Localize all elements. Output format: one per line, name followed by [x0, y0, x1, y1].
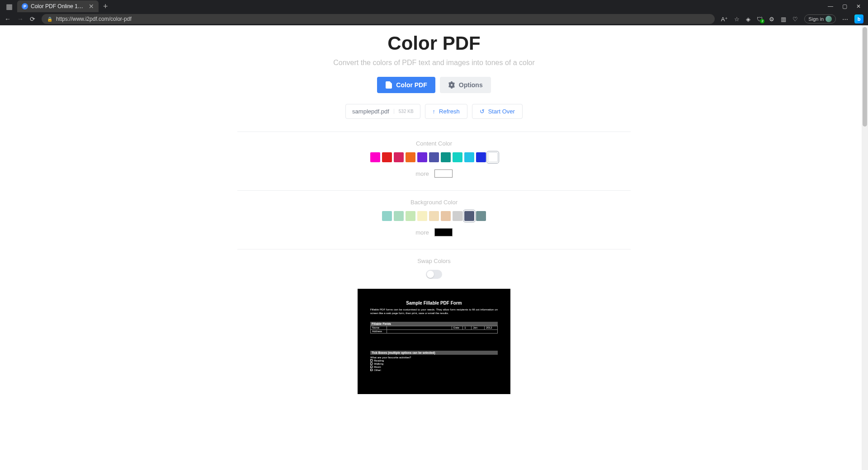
color-swatch[interactable] — [370, 152, 380, 162]
preview-fillable-heading: Fillable Fields — [370, 322, 498, 326]
maximize-icon[interactable]: ▢ — [842, 3, 847, 9]
preview-date-day: 1 — [463, 326, 472, 329]
preview-date-month: Jan — [472, 326, 485, 329]
new-tab-button[interactable]: + — [103, 2, 108, 11]
file-row: samplepdf.pdf 532 KB ↑ Refresh ↺ Start O… — [235, 104, 633, 119]
options-button[interactable]: Options — [440, 77, 491, 93]
background-color-label: Background Color — [235, 199, 633, 206]
tab-actions-icon[interactable]: ▦ — [4, 1, 14, 12]
file-name: samplepdf.pdf — [352, 108, 389, 115]
color-swatch[interactable] — [394, 152, 404, 162]
browser-toolbar: ← → ⟳ 🔒 https://www.i2pdf.com/color-pdf … — [0, 13, 868, 25]
content-color-swatches — [235, 152, 633, 162]
color-swatch[interactable] — [417, 211, 427, 221]
settings-icon[interactable]: ⚙ — [769, 16, 774, 23]
color-swatch[interactable] — [382, 211, 392, 221]
preview-tick-item: Music — [370, 366, 498, 368]
gear-icon — [448, 81, 455, 89]
content-more-color[interactable] — [434, 169, 453, 178]
swap-colors-toggle[interactable] — [426, 270, 442, 279]
checkbox-icon — [370, 366, 373, 368]
read-aloud-icon[interactable]: A⁺ — [721, 16, 728, 23]
color-swatch[interactable] — [453, 211, 462, 221]
color-swatch[interactable] — [394, 211, 404, 221]
preview-tick-item: Walking — [370, 362, 498, 365]
close-window-icon[interactable]: ✕ — [856, 3, 861, 9]
preview-tick-item: Other: — [370, 369, 498, 371]
background-more-row: more — [235, 228, 633, 236]
preview-date-label: Date — [452, 326, 463, 329]
color-swatch[interactable] — [476, 152, 486, 162]
color-swatch[interactable] — [453, 152, 462, 162]
preview-tick-heading: Tick Boxes (multiple options can be sele… — [370, 351, 498, 355]
page-title: Color PDF — [235, 33, 633, 54]
content-color-label: Content Color — [235, 140, 633, 147]
forward-icon[interactable]: → — [17, 15, 24, 23]
color-swatch[interactable] — [406, 211, 415, 221]
color-swatch[interactable] — [476, 211, 486, 221]
page: Color PDF Convert the colors of PDF text… — [0, 25, 868, 470]
preview-tick-item: Reading — [370, 359, 498, 362]
preview-name-label: Name — [371, 326, 387, 329]
file-icon — [385, 81, 392, 89]
background-more-color[interactable] — [434, 228, 453, 236]
color-swatch[interactable] — [382, 152, 392, 162]
action-row: Color PDF Options — [235, 77, 633, 93]
checkbox-icon — [370, 362, 373, 365]
undo-icon: ↺ — [480, 108, 485, 115]
favorite-icon[interactable]: ☆ — [734, 16, 740, 23]
preview-desc: Fillable PDF forms can be customised to … — [370, 308, 498, 315]
color-pdf-button[interactable]: Color PDF — [377, 77, 435, 93]
color-swatch[interactable] — [406, 152, 415, 162]
main-content: Color PDF Convert the colors of PDF text… — [235, 25, 633, 412]
close-tab-icon[interactable]: ✕ — [89, 3, 94, 10]
performance-icon[interactable]: ♡ — [793, 16, 798, 23]
toolbar-right: A⁺ ☆ ◈ 🛡2 ⚙ ▥ ♡ Sign in ⋯ b — [721, 14, 863, 24]
color-swatch[interactable] — [429, 211, 439, 221]
preview-title: Sample Fillable PDF Form — [370, 301, 498, 306]
color-swatch[interactable] — [464, 211, 474, 221]
file-chip: samplepdf.pdf 532 KB — [345, 104, 420, 119]
preview-date-year: 2012 — [485, 326, 498, 329]
collections-icon[interactable]: ▥ — [781, 16, 786, 23]
scrollbar-thumb[interactable] — [863, 27, 867, 127]
tracking-icon[interactable]: ◈ — [746, 16, 750, 23]
start-over-button[interactable]: ↺ Start Over — [472, 104, 523, 119]
background-more-label: more — [415, 229, 429, 236]
content-more-label: more — [415, 170, 429, 177]
tab-title: Color PDF Online 100% Free | i2P — [31, 3, 86, 9]
window-controls: — ▢ ✕ — [828, 3, 868, 9]
address-bar[interactable]: 🔒 https://www.i2pdf.com/color-pdf — [42, 14, 715, 24]
refresh-button[interactable]: ↑ Refresh — [425, 104, 467, 119]
more-icon[interactable]: ⋯ — [842, 16, 848, 23]
background-color-swatches — [235, 211, 633, 221]
shield-icon[interactable]: 🛡2 — [757, 16, 763, 23]
swap-colors-label: Swap Colors — [235, 258, 633, 264]
preview-tick-list: ReadingWalkingMusicOther: — [370, 359, 498, 371]
back-icon[interactable]: ← — [5, 15, 11, 23]
color-swatch[interactable] — [464, 152, 474, 162]
favicon-icon: P — [22, 3, 28, 9]
content-more-row: more — [235, 169, 633, 178]
tab-bar: ▦ P Color PDF Online 100% Free | i2P ✕ +… — [0, 0, 868, 13]
preview-tick-question: What are your favourite activities? — [370, 356, 498, 359]
browser-tab[interactable]: P Color PDF Online 100% Free | i2P ✕ — [17, 0, 99, 12]
bing-icon[interactable]: b — [854, 14, 863, 24]
minimize-icon[interactable]: — — [828, 3, 833, 9]
pdf-preview: Sample Fillable PDF Form Fillable PDF fo… — [358, 289, 510, 394]
scrollbar[interactable] — [862, 25, 868, 470]
color-swatch[interactable] — [441, 211, 451, 221]
refresh-icon[interactable]: ⟳ — [30, 15, 35, 23]
color-swatch[interactable] — [417, 152, 427, 162]
file-size: 532 KB — [394, 109, 414, 114]
checkbox-icon — [370, 369, 373, 371]
preview-table: Name Date 1 Jan 2012 Address — [370, 326, 498, 334]
checkbox-icon — [370, 359, 373, 362]
color-swatch[interactable] — [429, 152, 439, 162]
color-swatch[interactable] — [441, 152, 451, 162]
url-text: https://www.i2pdf.com/color-pdf — [56, 16, 132, 22]
page-subtitle: Convert the colors of PDF text and image… — [235, 59, 633, 67]
color-swatch[interactable] — [488, 152, 498, 162]
avatar-icon — [826, 16, 832, 22]
sign-in-button[interactable]: Sign in — [804, 14, 836, 24]
